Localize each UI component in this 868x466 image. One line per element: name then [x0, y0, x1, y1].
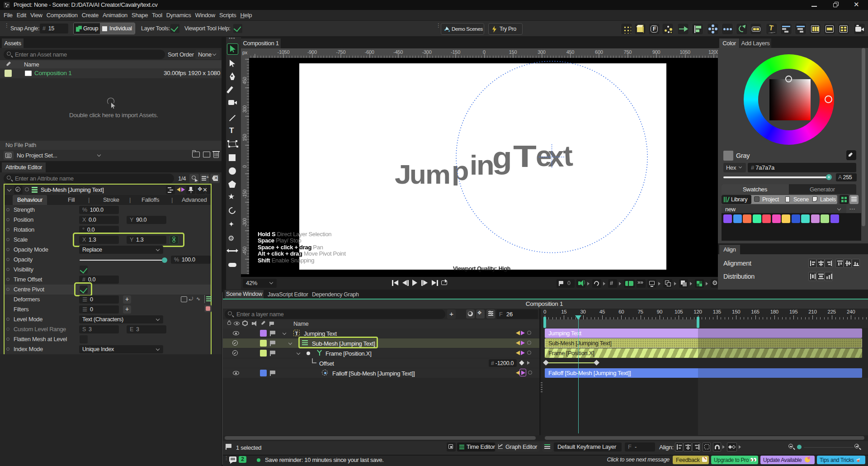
svg-text:u: u: [410, 159, 426, 190]
svg-text:T: T: [513, 139, 537, 173]
svg-text:t: t: [562, 139, 574, 172]
svg-text:p: p: [452, 155, 469, 185]
svg-text:J: J: [395, 159, 411, 190]
svg-text:g: g: [492, 141, 512, 175]
svg-text:n: n: [476, 149, 494, 180]
svg-text:m: m: [425, 159, 451, 189]
